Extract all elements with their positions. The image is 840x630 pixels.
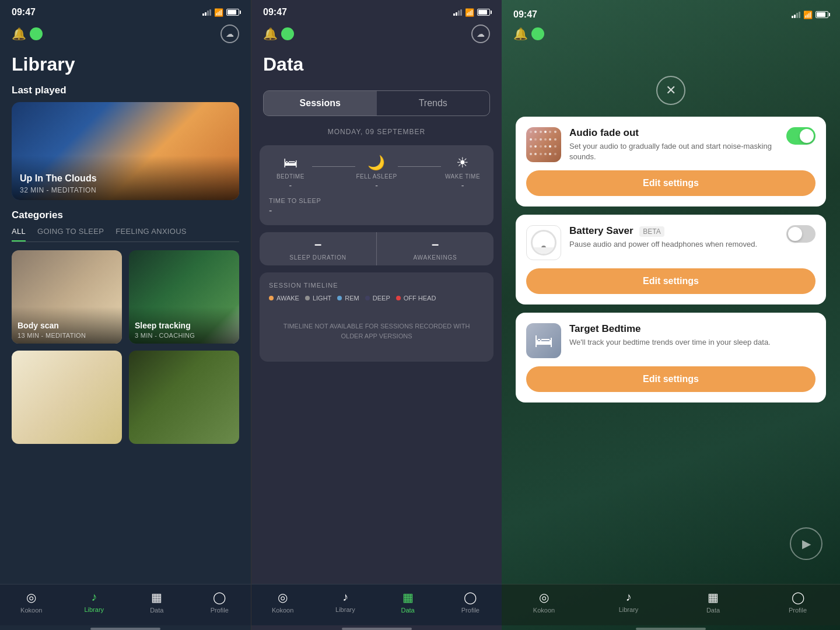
header-icons-3: 🔔 (502, 24, 840, 41)
battery-icon-3 (816, 11, 828, 18)
sessions-tab[interactable]: Sessions (264, 91, 377, 116)
grid-item-bodyscan[interactable]: Body scan 13 MIN - MEDITATION (12, 250, 122, 344)
session-trends-toggle: Sessions Trends (263, 90, 490, 116)
screen-settings: 09:47 📶 🔔 ✕ (502, 0, 840, 630)
nav-data-2[interactable]: ▦ Data (377, 590, 439, 614)
audio-fade-out-card: Audio fade out Set your audio to gradual… (516, 117, 826, 206)
wifi-icon-3: 📶 (803, 10, 813, 19)
wake-time-sublabel: WAKE TIME (441, 173, 484, 180)
nav-data-3[interactable]: ▦ Data (671, 590, 755, 614)
sleep-duration-card: – SLEEP DURATION – AWAKENINGS (260, 232, 494, 265)
light-dot (305, 296, 310, 300)
target-bedtime-title: Target Bedtime (569, 323, 816, 335)
grid-item-flowers[interactable] (12, 351, 122, 444)
deep-dot (365, 296, 370, 300)
nav-label-library-1: Library (84, 606, 104, 613)
bottom-nav-3: ◎ Kokoon ♪ Library ▦ Data ◯ Profile (502, 584, 840, 625)
battery-dot-graphic (541, 246, 546, 250)
target-bedtime-icon: 🛏 (526, 323, 561, 358)
cloud-sync-icon[interactable]: ☁ (220, 24, 239, 43)
awakenings-item: – AWAKENINGS (377, 232, 494, 265)
data-icon-3: ▦ (708, 590, 719, 604)
nav-profile-2[interactable]: ◯ Profile (439, 590, 502, 614)
status-time-3: 09:47 (513, 9, 537, 20)
nav-label-data-2: Data (401, 607, 415, 614)
battery-saver-toggle[interactable] (786, 225, 816, 243)
bedtime-icon: 🛏 (269, 155, 312, 171)
grid-item-forest[interactable] (129, 351, 239, 444)
rem-dot (337, 296, 342, 300)
forest-image (129, 351, 239, 444)
audio-card-text: Audio fade out Set your audio to gradual… (569, 127, 778, 162)
nav-profile-1[interactable]: ◯ Profile (188, 590, 251, 614)
nav-label-data-3: Data (706, 607, 720, 614)
audio-fade-icon (526, 127, 561, 162)
legend-off-head: OFF HEAD (396, 295, 436, 302)
nav-library-2[interactable]: ♪ Library (314, 590, 376, 614)
sleep-duration-value: – (264, 237, 372, 252)
nav-kokoon-3[interactable]: ◎ Kokoon (502, 590, 586, 614)
nav-library-3[interactable]: ♪ Library (586, 590, 671, 614)
audio-fade-toggle[interactable] (786, 127, 816, 145)
tts-label: TIME TO SLEEP (269, 197, 484, 204)
battery-circle-graphic (531, 230, 556, 256)
nav-kokoon-1[interactable]: ◎ Kokoon (0, 590, 63, 614)
signal-icon-1 (202, 9, 211, 16)
profile-icon-3: ◯ (792, 590, 804, 604)
kokoon-icon-3: ◎ (539, 590, 549, 604)
last-played-meta: 32 MIN - MEDITATION (20, 186, 231, 194)
battery-saver-desc: Pause audio and power off headphones whe… (569, 239, 778, 250)
trends-tab[interactable]: Trends (377, 91, 490, 116)
grid-item-sleep-tracking[interactable]: Sleep tracking 3 MIN - COACHING (129, 250, 239, 344)
timeline-line-2 (398, 166, 441, 167)
toggle-knob-audio (800, 129, 814, 143)
bodyscan-title: Body scan (18, 321, 116, 330)
play-float-button[interactable]: ▶ (790, 527, 822, 560)
audio-fade-title: Audio fade out (569, 127, 778, 139)
legend-awake: AWAKE (269, 295, 299, 302)
session-timeline-title: SESSION TIMELINE (269, 282, 484, 289)
sleep-duration-item: – SLEEP DURATION (260, 232, 377, 265)
nav-label-library-2: Library (335, 606, 355, 613)
legend-deep: DEEP (365, 295, 390, 302)
wake-time-point: ☀ WAKE TIME - (441, 155, 484, 190)
last-played-card[interactable]: Up In The Clouds 32 MIN - MEDITATION (12, 102, 239, 200)
nav-profile-3[interactable]: ◯ Profile (755, 590, 840, 614)
legend-light: LIGHT (305, 295, 331, 302)
status-bar-1: 09:47 📶 (0, 0, 251, 22)
battery-saver-edit-button[interactable]: Edit settings (526, 268, 816, 294)
status-dot-3 (531, 27, 544, 40)
audio-fade-edit-button[interactable]: Edit settings (526, 170, 816, 196)
status-dot (30, 27, 43, 40)
sleep-duration-label: SLEEP DURATION (264, 254, 372, 261)
target-bedtime-edit-button[interactable]: Edit settings (526, 366, 816, 392)
bodyscan-meta: 13 MIN - MEDITATION (18, 332, 116, 339)
timeline-line-1 (312, 166, 355, 167)
cat-tab-all[interactable]: ALL (12, 227, 26, 242)
nav-kokoon-2[interactable]: ◎ Kokoon (251, 590, 314, 614)
nav-library-1[interactable]: ♪ Library (63, 590, 126, 614)
kokoon-icon-1: ◎ (26, 590, 36, 604)
bodyscan-overlay: Body scan 13 MIN - MEDITATION (12, 307, 122, 344)
nav-data-1[interactable]: ▦ Data (125, 590, 188, 614)
bedtime-value: - (269, 181, 312, 190)
last-played-label: Last played (0, 85, 251, 102)
audio-card-top: Audio fade out Set your audio to gradual… (526, 127, 816, 162)
profile-icon-2: ◯ (464, 590, 477, 604)
toggle-knob-battery (788, 227, 802, 241)
sound-wave-icon-2: 🔔 (263, 27, 278, 41)
categories-tabs: ALL GOING TO SLEEP FEELING ANXIOUS (12, 227, 239, 242)
bedtime-point: 🛏 BEDTIME - (269, 155, 312, 190)
cat-tab-anxious[interactable]: FEELING ANXIOUS (116, 227, 187, 242)
library-icon-2: ♪ (342, 590, 348, 604)
bedtime-sublabel: BEDTIME (269, 173, 312, 180)
data-icon-1: ▦ (151, 590, 162, 604)
settings-cards-container: Audio fade out Set your audio to gradual… (502, 117, 840, 402)
cat-tab-sleep[interactable]: GOING TO SLEEP (37, 227, 104, 242)
data-icon-2: ▦ (402, 590, 414, 604)
fell-asleep-point: 🌙 FELL ASLEEP - (355, 155, 398, 190)
screen-library: 09:47 📶 🔔 ☁ Library Last played Up In Th… (0, 0, 251, 630)
sleep-tracking-title: Sleep tracking (135, 321, 233, 330)
cloud-sync-icon-2[interactable]: ☁ (471, 24, 490, 43)
close-button[interactable]: ✕ (656, 76, 685, 105)
